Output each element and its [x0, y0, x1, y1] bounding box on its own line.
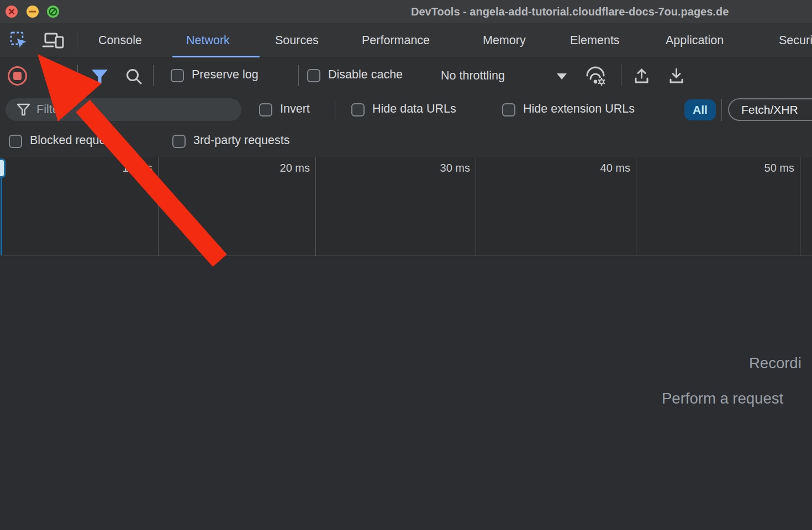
hide-extension-urls-checkbox[interactable]	[502, 103, 515, 116]
tab-network[interactable]: Network	[172, 23, 244, 58]
disable-cache-checkbox[interactable]	[307, 69, 320, 82]
network-conditions-icon[interactable]	[583, 66, 609, 87]
tab-application[interactable]: Application	[651, 23, 738, 58]
separator	[77, 65, 78, 86]
filter-toggle-icon[interactable]	[90, 68, 110, 85]
timeline-tick-label: 10 ms	[123, 162, 152, 174]
overview-handle-line	[1, 176, 2, 255]
timeline-cell: 30 ms	[316, 157, 476, 256]
tab-memory-label: Memory	[483, 34, 526, 47]
tab-network-label: Network	[186, 34, 230, 47]
import-har-icon[interactable]	[631, 66, 652, 86]
separator	[298, 65, 299, 86]
network-toolbar: Preserve log Disable cache No throttling	[0, 58, 812, 94]
chevron-down-icon[interactable]	[557, 73, 567, 80]
separator	[721, 99, 722, 121]
title-bar: DevTools - angela-add-tutorial.cloudflar…	[0, 0, 812, 23]
invert-checkbox[interactable]	[259, 103, 272, 116]
window-title: DevTools - angela-add-tutorial.cloudflar…	[411, 0, 729, 23]
panel-tab-bar: Console Network Sources Performance Memo…	[0, 23, 812, 58]
tab-application-label: Application	[666, 34, 724, 47]
search-icon[interactable]	[125, 67, 144, 86]
timeline-tick-label: 40 ms	[600, 162, 630, 174]
tab-sources[interactable]: Sources	[261, 23, 333, 58]
network-overview-timeline[interactable]: 10 ms 20 ms 30 ms 40 ms 50 ms	[0, 157, 812, 256]
tab-security[interactable]: Security	[764, 23, 812, 58]
tab-elements-label: Elements	[570, 34, 620, 47]
tab-performance[interactable]: Performance	[347, 23, 444, 58]
device-toolbar-icon[interactable]	[42, 31, 65, 50]
filter-bar: Invert Hide data URLs Hide extension URL…	[0, 94, 812, 126]
request-filters-bar: Blocked requests 3rd-party requests	[0, 126, 812, 157]
active-tab-indicator	[172, 56, 260, 57]
request-type-fetch-xhr-chip[interactable]: Fetch/XHR	[728, 98, 812, 121]
preserve-log-label: Preserve log	[192, 68, 259, 82]
tab-elements[interactable]: Elements	[556, 23, 634, 58]
hide-data-urls-label: Hide data URLs	[372, 102, 456, 116]
tab-console[interactable]: Console	[84, 23, 156, 58]
devtools-window: DevTools - angela-add-tutorial.cloudflar…	[0, 0, 812, 530]
blocked-requests-checkbox[interactable]	[9, 135, 22, 148]
filter-input-wrap	[6, 98, 241, 121]
request-type-all-chip[interactable]: All	[684, 99, 716, 120]
minimize-icon	[27, 6, 39, 18]
timeline-tick-label: 20 ms	[280, 162, 310, 174]
overview-drag-handle[interactable]	[0, 158, 6, 178]
separator	[621, 65, 621, 86]
filter-input[interactable]	[36, 98, 230, 121]
tab-memory[interactable]: Memory	[468, 23, 540, 58]
timeline-tick-label: 50 ms	[764, 162, 794, 174]
timeline-cell: 40 ms	[476, 157, 636, 256]
throttling-select[interactable]: No throttling	[441, 58, 505, 94]
hide-data-urls-checkbox[interactable]	[351, 103, 365, 116]
disable-cache-label: Disable cache	[328, 68, 403, 82]
export-har-icon[interactable]	[666, 66, 687, 86]
close-icon	[6, 6, 18, 18]
filter-funnel-icon	[17, 103, 31, 116]
empty-state-recording-text: Recordi	[749, 354, 802, 372]
timeline-cell: 50 ms	[636, 157, 800, 256]
requests-empty-area: Recordi Perform a request	[0, 256, 812, 530]
preserve-log-checkbox[interactable]	[171, 69, 184, 82]
close-window-button[interactable]	[6, 6, 18, 18]
inspect-element-icon[interactable]	[9, 31, 29, 50]
minimize-window-button[interactable]	[27, 6, 39, 18]
timeline-tick-label: 30 ms	[440, 162, 470, 174]
stop-recording-button[interactable]	[8, 66, 27, 86]
invert-label: Invert	[280, 102, 310, 116]
timeline-cell: 10 ms	[0, 157, 159, 256]
timeline-cell: 20 ms	[159, 157, 316, 256]
tab-console-label: Console	[98, 34, 142, 47]
third-party-requests-checkbox[interactable]	[172, 135, 186, 148]
separator	[335, 99, 335, 121]
tab-sources-label: Sources	[275, 34, 319, 47]
tab-performance-label: Performance	[362, 34, 430, 47]
empty-state-hint-text: Perform a request	[662, 390, 783, 407]
third-party-requests-label: 3rd-party requests	[193, 134, 289, 147]
tab-security-label: Security	[779, 34, 812, 47]
clear-icon[interactable]	[44, 70, 62, 87]
separator	[153, 65, 154, 86]
separator	[77, 31, 77, 50]
fullscreen-disabled-icon	[47, 6, 59, 18]
zoom-window-button[interactable]	[47, 6, 59, 18]
blocked-requests-label: Blocked requests	[30, 134, 121, 147]
stop-icon	[13, 72, 22, 80]
hide-extension-urls-label: Hide extension URLs	[523, 102, 635, 116]
